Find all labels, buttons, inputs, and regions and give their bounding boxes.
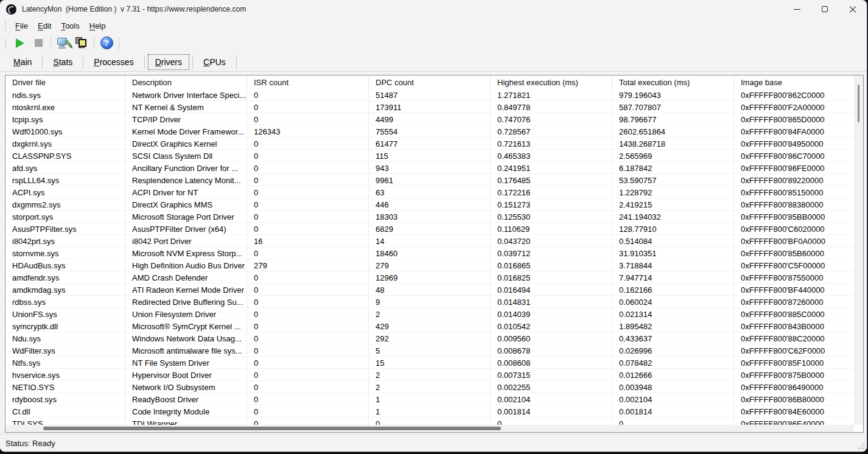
table-cell: 0.001814 <box>491 405 612 417</box>
table-cell: 0xFFFFF800'86FE0000 <box>734 162 854 174</box>
horizontal-scrollbar-thumb[interactable] <box>43 427 501 430</box>
column-header-driver-file[interactable]: Driver file <box>5 75 125 89</box>
table-cell: 0xFFFFF800'885C0000 <box>734 308 854 320</box>
start-monitor-button[interactable] <box>12 35 29 51</box>
tab-stats[interactable]: Stats <box>46 54 80 70</box>
menu-tools[interactable]: Tools <box>56 20 84 32</box>
table-cell: 0xFFFFF800'85B60000 <box>734 247 854 259</box>
table-row[interactable]: Ndu.sysWindows Network Data Usag...02920… <box>5 332 854 344</box>
table-cell: 0 <box>247 89 369 101</box>
table-row[interactable]: CLASSPNP.SYSSCSI Class System Dll01150.4… <box>5 150 854 162</box>
table-cell: 15 <box>369 357 491 369</box>
table-cell: ATI Radeon Kernel Mode Driver <box>125 284 247 296</box>
table-cell: 0xFFFFF800'85150000 <box>734 186 854 198</box>
help-button[interactable] <box>98 35 115 51</box>
table-cell: 0 <box>247 284 369 296</box>
table-cell: NT Kernel & System <box>125 101 247 113</box>
table-cell: 0xFFFFF800'84950000 <box>734 138 854 150</box>
table-cell: 0 <box>247 381 369 393</box>
table-cell: 0xFFFFF800'87550000 <box>734 271 854 284</box>
column-header-image-base[interactable]: Image base <box>734 75 854 89</box>
table-cell: 1438.268718 <box>612 138 734 150</box>
table-row[interactable]: Wdf01000.sysKernel Mode Driver Framewor.… <box>5 125 854 138</box>
table-cell: 0xFFFFF800'86E40000 <box>734 417 854 425</box>
column-header-isr-count[interactable]: ISR count <box>247 75 369 89</box>
tab-cpus[interactable]: CPUs <box>196 54 233 70</box>
table-cell: 0xFFFFF800'86C70000 <box>734 150 854 162</box>
table-row[interactable]: NETIO.SYSNetwork I/O Subsystem020.002255… <box>5 381 854 393</box>
tab-main[interactable]: Main <box>6 54 39 70</box>
close-button[interactable] <box>839 0 867 18</box>
tab-processes[interactable]: Processes <box>86 54 141 70</box>
table-row[interactable]: tcpip.sysTCP/IP Driver044990.74707698.79… <box>5 113 854 125</box>
table-cell: 0 <box>247 357 369 369</box>
table-cell: 14 <box>369 235 491 247</box>
table-row[interactable]: symcryptk.dllMicrosoft® SymCrypt Kernel … <box>5 320 854 332</box>
minimize-button[interactable] <box>783 0 811 18</box>
tab-drivers[interactable]: Drivers <box>148 54 189 70</box>
table-row[interactable]: stornvme.sysMicrosoft NVM Express Storp.… <box>5 247 854 259</box>
table-row[interactable]: UnionFS.sysUnion Filesystem Driver020.01… <box>5 308 854 320</box>
table-cell: 292 <box>369 332 491 344</box>
table-cell: 0xFFFFF800'C5F00000 <box>734 259 854 271</box>
menu-file[interactable]: File <box>10 20 33 32</box>
table-cell: 0.043720 <box>491 235 612 247</box>
table-cell: 12969 <box>369 271 491 284</box>
table-row[interactable]: i8042prt.sysi8042 Port Driver16140.04372… <box>5 235 854 247</box>
column-header-dpc-count[interactable]: DPC count <box>369 75 491 89</box>
table-cell: 2602.651864 <box>612 125 734 138</box>
table-cell: 0 <box>247 174 369 186</box>
table-row[interactable]: ntoskrnl.exeNT Kernel & System01739110.8… <box>5 101 854 113</box>
table-row[interactable]: ndis.sysNetwork Driver Interface Speci..… <box>5 89 854 101</box>
table-cell: 18303 <box>369 211 491 223</box>
table-cell: rspLLL64.sys <box>5 174 125 186</box>
table-row[interactable]: AsusPTPFilter.sysAsusPTPFilter Driver (x… <box>5 223 854 235</box>
horizontal-scrollbar[interactable] <box>5 425 854 432</box>
column-header-description[interactable]: Description <box>125 75 247 89</box>
cascade-windows-button[interactable] <box>73 35 90 51</box>
table-row[interactable]: dxgkrnl.sysDirectX Graphics Kernel061477… <box>5 138 854 150</box>
table-cell: CI.dll <box>5 405 125 417</box>
table-cell: ntoskrnl.exe <box>5 101 125 113</box>
edit-report-button[interactable] <box>55 35 72 51</box>
table-row[interactable]: rspLLL64.sysResplendence Latency Monit..… <box>5 174 854 186</box>
table-cell: 2.419215 <box>612 198 734 211</box>
table-row[interactable]: storport.sysMicrosoft Storage Port Drive… <box>5 211 854 223</box>
table-row[interactable]: Ntfs.sysNT File System Driver0150.008608… <box>5 357 854 369</box>
table-row[interactable]: rdbss.sysRedirected Drive Buffering Su..… <box>5 296 854 308</box>
table-cell: TCP/IP Driver <box>125 113 247 125</box>
table-row[interactable]: amdfendr.sysAMD Crash Defender0129690.01… <box>5 271 854 284</box>
menu-help[interactable]: Help <box>85 20 111 32</box>
table-row[interactable]: WdFilter.sysMicrosoft antimalware file s… <box>5 344 854 357</box>
table-row[interactable]: hvservice.sysHypervisor Boot Driver020.0… <box>5 369 854 381</box>
table-cell: Ancillary Function Driver for ... <box>125 162 247 174</box>
table-row[interactable]: amdkmdag.sysATI Radeon Kernel Mode Drive… <box>5 284 854 296</box>
title-bar[interactable]: LatencyMon (Home Edition ) v 7.31 - http… <box>0 0 867 18</box>
menu-edit[interactable]: Edit <box>33 20 56 32</box>
table-cell: 0 <box>491 417 612 425</box>
vertical-scrollbar[interactable] <box>854 75 863 425</box>
stop-monitor-button[interactable] <box>30 35 47 51</box>
column-header-total-execution-ms[interactable]: Total execution (ms) <box>612 75 734 89</box>
app-icon[interactable] <box>6 4 16 15</box>
table-cell: Resplendence Latency Monit... <box>125 174 247 186</box>
resize-grip[interactable] <box>858 443 864 449</box>
table-row[interactable]: CI.dllCode Integrity Module010.0018140.0… <box>5 405 854 417</box>
table-row[interactable]: HDAudBus.sysHigh Definition Audio Bus Dr… <box>5 259 854 271</box>
column-header-highest-execution-ms[interactable]: Highest execution (ms) <box>491 75 612 89</box>
vertical-scrollbar-thumb[interactable] <box>858 85 859 122</box>
table-cell: 279 <box>247 259 369 271</box>
table-cell: 0.241951 <box>491 162 612 174</box>
table-row[interactable]: TDI.SYSTDI Wrapper00000xFFFFF800'86E4000… <box>5 417 854 425</box>
menubar-gripper <box>5 21 7 31</box>
table-cell: HDAudBus.sys <box>5 259 125 271</box>
table-cell: 53.590757 <box>612 174 734 186</box>
maximize-button[interactable] <box>811 0 839 18</box>
table-cell: rdbss.sys <box>5 296 125 308</box>
table-row[interactable]: dxgmms2.sysDirectX Graphics MMS04460.151… <box>5 198 854 211</box>
table-cell: tcpip.sys <box>5 113 125 125</box>
table-cell: UnionFS.sys <box>5 308 125 320</box>
table-row[interactable]: ACPI.sysACPI Driver for NT0630.1722161.2… <box>5 186 854 198</box>
table-row[interactable]: rdyboost.sysReadyBoost Driver010.0021040… <box>5 393 854 405</box>
table-row[interactable]: afd.sysAncillary Function Driver for ...… <box>5 162 854 174</box>
